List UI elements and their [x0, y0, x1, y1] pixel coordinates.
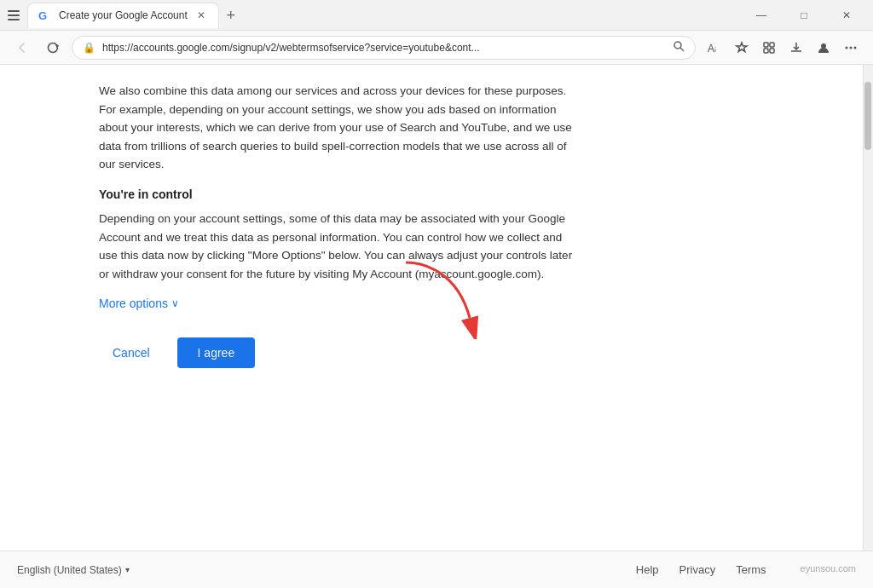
profile-icon[interactable]: [812, 36, 835, 60]
content-area: We also combine this data among our serv…: [0, 65, 863, 551]
read-aloud-icon[interactable]: Aᵢ: [702, 36, 726, 60]
language-selector[interactable]: English (United States): [17, 564, 122, 576]
page-content: We also combine this data among our serv…: [0, 65, 873, 551]
svg-point-12: [846, 46, 848, 49]
svg-rect-0: [8, 10, 20, 12]
browser-window: G Create your Google Account ✕ + — □ ✕ 🔒…: [0, 0, 873, 588]
body-text-1: We also combine this data among our serv…: [99, 82, 576, 174]
footer-right: Help Privacy Terms eyunsou.com: [636, 563, 856, 576]
toolbar-icons: Aᵢ: [702, 36, 863, 60]
svg-rect-10: [770, 49, 774, 53]
download-icon[interactable]: [784, 36, 808, 60]
title-bar-left: [7, 9, 20, 22]
chevron-down-icon: ∨: [171, 297, 179, 309]
title-bar: G Create your Google Account ✕ + — □ ✕: [0, 0, 873, 31]
button-row: Cancel I agree: [99, 331, 576, 382]
favorites-icon[interactable]: [730, 36, 754, 60]
svg-rect-2: [8, 19, 20, 20]
svg-point-13: [850, 46, 853, 49]
tab-close-button[interactable]: ✕: [194, 9, 208, 22]
watermark: eyunsou.com: [801, 563, 856, 576]
svg-rect-7: [764, 43, 768, 47]
active-tab[interactable]: G Create your Google Account ✕: [27, 3, 219, 28]
svg-line-5: [680, 48, 684, 51]
address-bar: 🔒 https://accounts.google.com/signup/v2/…: [0, 31, 873, 65]
privacy-link[interactable]: Privacy: [679, 563, 716, 576]
lock-icon: 🔒: [83, 42, 95, 54]
scrollbar[interactable]: [863, 65, 873, 551]
help-link[interactable]: Help: [636, 563, 659, 576]
svg-rect-8: [770, 43, 774, 47]
tab-title: Create your Google Account: [59, 9, 188, 21]
refresh-button[interactable]: [41, 36, 65, 60]
scrollbar-thumb[interactable]: [864, 82, 871, 150]
new-tab-button[interactable]: +: [219, 4, 243, 28]
agree-button[interactable]: I agree: [177, 337, 256, 368]
back-button[interactable]: [10, 36, 34, 60]
button-row-wrapper: Cancel I agree: [99, 331, 576, 382]
search-icon: [673, 40, 685, 55]
window-controls: — □ ✕: [742, 0, 866, 31]
tab-favicon: G: [38, 9, 52, 22]
address-input[interactable]: 🔒 https://accounts.google.com/signup/v2/…: [72, 36, 696, 60]
collections-icon[interactable]: [757, 36, 781, 60]
section-heading: You're in control: [99, 187, 576, 201]
google-page: We also combine this data among our serv…: [65, 82, 798, 382]
svg-text:Aᵢ: Aᵢ: [708, 43, 716, 55]
body-text-2: Depending on your account settings, some…: [99, 210, 576, 283]
sidebar-toggle-icon[interactable]: [7, 9, 20, 22]
minimize-button[interactable]: —: [742, 0, 781, 31]
terms-link[interactable]: Terms: [736, 563, 766, 576]
svg-point-4: [674, 42, 681, 49]
more-options-label: More options: [99, 297, 168, 310]
more-options-button[interactable]: More options ∨: [99, 297, 576, 310]
svg-text:G: G: [38, 9, 47, 22]
cancel-button[interactable]: Cancel: [99, 339, 164, 366]
address-text: https://accounts.google.com/signup/v2/we…: [102, 42, 666, 54]
close-button[interactable]: ✕: [827, 0, 866, 31]
maximize-button[interactable]: □: [784, 0, 824, 31]
svg-point-14: [854, 46, 857, 49]
svg-rect-1: [8, 14, 20, 16]
more-options-icon[interactable]: [839, 36, 863, 60]
svg-rect-9: [764, 49, 768, 53]
language-dropdown-icon[interactable]: ▾: [125, 565, 130, 574]
footer: English (United States) ▾ Help Privacy T…: [0, 551, 873, 588]
footer-left: English (United States) ▾: [17, 564, 130, 576]
tab-bar: G Create your Google Account ✕ +: [27, 3, 742, 28]
content-body: We also combine this data among our serv…: [99, 82, 576, 382]
